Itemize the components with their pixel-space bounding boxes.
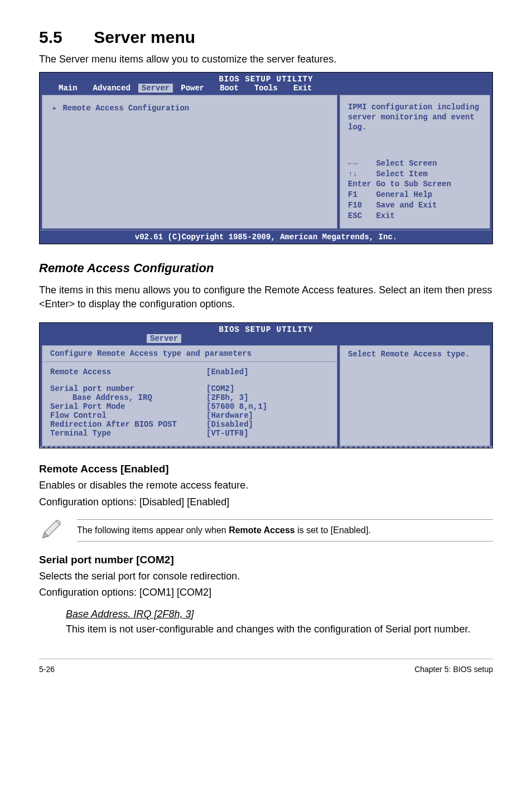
bios-tab-exit[interactable]: Exit — [286, 84, 320, 93]
bios-tab-bar: Main Advanced Server Power Boot Tools Ex… — [40, 84, 492, 95]
bios-setting-row[interactable]: Remote Access[Enabled] — [50, 368, 329, 376]
remote-access-description: The items in this menu allows you to con… — [39, 283, 493, 311]
option-text-remote-2: Configuration options: [Disabled] [Enabl… — [39, 495, 493, 509]
page-footer: 5-26 Chapter 5: BIOS setup — [39, 659, 493, 674]
bios-setting-label: Serial Port Mode — [50, 402, 206, 411]
bios-setting-value: [VT-UTF8] — [206, 429, 249, 438]
intro-text: The Server menu items allow you to custo… — [39, 54, 493, 65]
bios-setting-value: [Hardware] — [206, 411, 253, 420]
note-box: The following items appear only when Rem… — [39, 517, 493, 544]
subheading-remote-access-config: Remote Access Configuration — [39, 261, 493, 276]
section-name: Server menu — [94, 28, 195, 46]
bios-copyright: v02.61 (C)Copyright 1985-2009, American … — [40, 230, 492, 244]
bios-panel-server: BIOS SETUP UTILITY Main Advanced Server … — [39, 72, 493, 244]
chapter-label: Chapter 5: BIOS setup — [414, 665, 493, 674]
bios-left-pane: ▸Remote Access Configuration — [42, 95, 337, 229]
bios-header: BIOS SETUP UTILITY — [40, 73, 492, 84]
bios-setting-row[interactable]: Serial Port Mode[57600 8,n,1] — [50, 402, 329, 411]
bios-setting-label: Serial port number — [50, 384, 206, 393]
bios-setting-value: [COM2] — [206, 384, 234, 393]
bios-setting-row[interactable]: Flow Control[Hardware] — [50, 411, 329, 420]
bios-tab-tools[interactable]: Tools — [246, 84, 286, 93]
option-heading-remote-access: Remote Access [Enabled] — [39, 463, 493, 475]
bios-setting-row[interactable]: Terminal Type[VT-UTF8] — [50, 429, 329, 438]
bios-panel-remote-access: BIOS SETUP UTILITY Server Configure Remo… — [39, 322, 493, 448]
bios-setting-row[interactable]: Base Address, IRQ[2F8h, 3] — [50, 393, 329, 402]
note-text: The following items appear only when Rem… — [77, 519, 493, 542]
bios-setting-label: Remote Access — [50, 368, 206, 376]
base-address-text: This item is not user-configurable and c… — [66, 622, 493, 636]
menu-item-remote-access-config[interactable]: Remote Access Configuration — [62, 104, 189, 113]
bios-tab-server[interactable]: Server — [138, 84, 173, 93]
bios-setting-value: [Disabled] — [206, 420, 253, 429]
bios-tab-main[interactable]: Main — [51, 84, 85, 93]
bios-setting-label: Flow Control — [50, 411, 206, 420]
bios-setting-label: Terminal Type — [50, 429, 206, 438]
bios-help-description: IPMI configuration including server moni… — [340, 95, 490, 152]
bios-tab-server-2[interactable]: Server — [147, 334, 181, 343]
bios2-help-pane: Select Remote Access type. — [340, 345, 490, 446]
page-number: 5-26 — [39, 665, 55, 674]
bios-setting-value: [Enabled] — [206, 368, 249, 376]
option-text-serial-2: Configuration options: [COM1] [COM2] — [39, 586, 493, 600]
bios-setting-label: Base Address, IRQ — [50, 393, 206, 402]
option-text-serial-1: Selects the serial port for console redi… — [39, 569, 493, 583]
bios-tab-advanced[interactable]: Advanced — [85, 84, 138, 93]
bios-key-legend: ←→ Select Screen ↑↓ Select Item Enter Go… — [340, 152, 490, 228]
bios-right-pane: IPMI configuration including server moni… — [340, 95, 490, 229]
bios2-left-pane: Configure Remote Access type and paramet… — [42, 345, 337, 446]
bios-setting-row[interactable]: Serial port number[COM2] — [50, 384, 329, 393]
option-heading-serial-port: Serial port number [COM2] — [39, 554, 493, 566]
submenu-arrow-icon: ▸ — [52, 104, 57, 113]
bios-setting-value: [57600 8,n,1] — [206, 402, 267, 411]
bios-tab-bar-2: Server — [40, 334, 492, 345]
note-pencil-icon — [39, 517, 64, 544]
bios-header-2: BIOS SETUP UTILITY — [40, 323, 492, 334]
bios-tab-power[interactable]: Power — [173, 84, 212, 93]
section-title: 5.5 Server menu — [39, 28, 493, 47]
bios-setting-label: Redirection After BIOS POST — [50, 420, 206, 429]
bios2-top-line: Configure Remote Access type and paramet… — [42, 346, 337, 362]
section-number: 5.5 — [39, 28, 89, 47]
option-text-remote-1: Enables or disables the remote access fe… — [39, 479, 493, 492]
bios-tab-boot[interactable]: Boot — [212, 84, 246, 93]
bios-setting-row[interactable]: Redirection After BIOS POST[Disabled] — [50, 420, 329, 429]
base-address-title: Base Address. IRQ [2F8h, 3] — [66, 608, 493, 620]
bios-setting-value: [2F8h, 3] — [206, 393, 249, 402]
